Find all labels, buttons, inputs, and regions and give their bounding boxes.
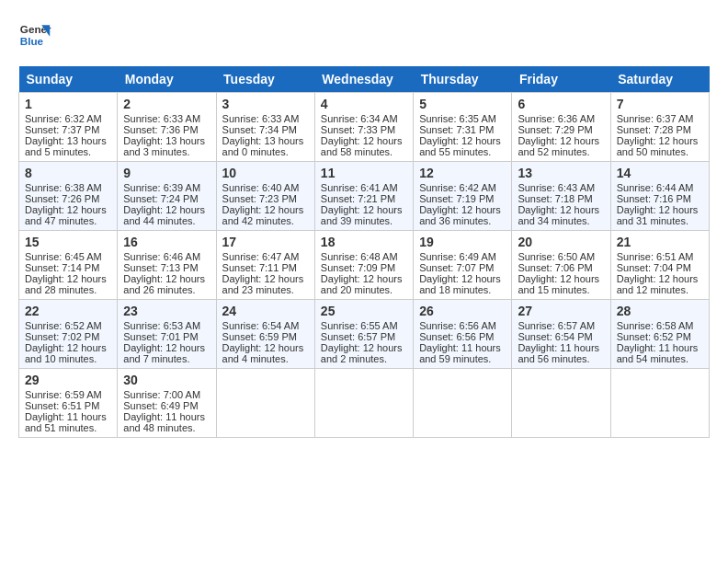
daylight-value: Daylight: 12 hoursand 12 minutes. <box>617 273 699 295</box>
sunset-value: Sunset: 7:07 PM <box>419 262 494 273</box>
daylight-value: Daylight: 12 hoursand 47 minutes. <box>25 204 107 226</box>
day-number: 3 <box>222 97 309 111</box>
sunrise-value: Sunrise: 6:44 AM <box>617 182 694 193</box>
daylight-value: Daylight: 12 hoursand 36 minutes. <box>419 204 501 226</box>
week-row-5: 29Sunrise: 6:59 AMSunset: 6:51 PMDayligh… <box>19 369 710 438</box>
day-cell-14: 14Sunrise: 6:44 AMSunset: 7:16 PMDayligh… <box>610 162 709 231</box>
sunrise-value: Sunrise: 6:37 AM <box>617 113 694 124</box>
day-number: 21 <box>617 235 703 249</box>
daylight-value: Daylight: 11 hoursand 51 minutes. <box>25 411 107 433</box>
day-number: 10 <box>222 166 309 180</box>
day-cell-7: 7Sunrise: 6:37 AMSunset: 7:28 PMDaylight… <box>610 93 709 162</box>
sunset-value: Sunset: 6:57 PM <box>321 331 395 342</box>
calendar-table: Sunday Monday Tuesday Wednesday Thursday… <box>18 66 710 438</box>
day-number: 9 <box>123 166 210 180</box>
sunrise-value: Sunrise: 6:42 AM <box>419 182 496 193</box>
daylight-value: Daylight: 12 hoursand 10 minutes. <box>25 342 107 364</box>
sunrise-value: Sunrise: 6:47 AM <box>222 251 300 262</box>
daylight-value: Daylight: 12 hoursand 18 minutes. <box>419 273 501 295</box>
empty-cell-4-2 <box>216 369 314 438</box>
sunrise-value: Sunrise: 6:54 AM <box>222 320 300 331</box>
day-cell-15: 15Sunrise: 6:45 AMSunset: 7:14 PMDayligh… <box>19 231 118 300</box>
col-sunday: Sunday <box>19 66 118 93</box>
sunrise-value: Sunrise: 6:56 AM <box>419 320 496 331</box>
day-cell-5: 5Sunrise: 6:35 AMSunset: 7:31 PMDaylight… <box>414 93 512 162</box>
day-cell-18: 18Sunrise: 6:48 AMSunset: 7:09 PMDayligh… <box>314 231 413 300</box>
day-cell-30: 30Sunrise: 7:00 AMSunset: 6:49 PMDayligh… <box>118 369 216 438</box>
sunrise-value: Sunrise: 6:33 AM <box>123 113 200 124</box>
daylight-value: Daylight: 12 hoursand 7 minutes. <box>123 342 205 364</box>
empty-cell-4-3 <box>314 369 413 438</box>
col-wednesday: Wednesday <box>314 66 413 93</box>
sunrise-value: Sunrise: 6:59 AM <box>25 389 102 400</box>
day-number: 4 <box>321 97 407 111</box>
week-row-2: 8Sunrise: 6:38 AMSunset: 7:26 PMDaylight… <box>19 162 710 231</box>
empty-cell-4-4 <box>414 369 512 438</box>
sunset-value: Sunset: 7:34 PM <box>222 124 297 135</box>
sunset-value: Sunset: 6:51 PM <box>25 400 99 411</box>
day-cell-20: 20Sunrise: 6:50 AMSunset: 7:06 PMDayligh… <box>512 231 610 300</box>
day-cell-26: 26Sunrise: 6:56 AMSunset: 6:56 PMDayligh… <box>414 300 512 369</box>
daylight-value: Daylight: 11 hoursand 59 minutes. <box>419 342 501 364</box>
daylight-value: Daylight: 12 hoursand 20 minutes. <box>321 273 403 295</box>
sunset-value: Sunset: 7:01 PM <box>123 331 198 342</box>
daylight-value: Daylight: 12 hoursand 23 minutes. <box>222 273 304 295</box>
daylight-value: Daylight: 12 hoursand 34 minutes. <box>518 204 599 226</box>
day-number: 7 <box>617 97 703 111</box>
day-number: 12 <box>419 166 506 180</box>
day-number: 16 <box>123 235 210 249</box>
sunrise-value: Sunrise: 6:34 AM <box>321 113 398 124</box>
sunrise-value: Sunrise: 6:39 AM <box>123 182 200 193</box>
daylight-value: Daylight: 12 hoursand 52 minutes. <box>518 135 599 157</box>
sunrise-value: Sunrise: 7:00 AM <box>123 389 200 400</box>
sunset-value: Sunset: 6:56 PM <box>419 331 494 342</box>
sunrise-value: Sunrise: 6:33 AM <box>222 113 300 124</box>
daylight-value: Daylight: 12 hoursand 44 minutes. <box>123 204 205 226</box>
daylight-value: Daylight: 13 hoursand 5 minutes. <box>25 135 107 157</box>
day-cell-28: 28Sunrise: 6:58 AMSunset: 6:52 PMDayligh… <box>610 300 709 369</box>
day-number: 22 <box>25 304 111 318</box>
day-cell-3: 3Sunrise: 6:33 AMSunset: 7:34 PMDaylight… <box>216 93 314 162</box>
day-cell-24: 24Sunrise: 6:54 AMSunset: 6:59 PMDayligh… <box>216 300 314 369</box>
sunset-value: Sunset: 7:31 PM <box>419 124 494 135</box>
day-cell-25: 25Sunrise: 6:55 AMSunset: 6:57 PMDayligh… <box>314 300 413 369</box>
week-row-1: 1Sunrise: 6:32 AMSunset: 7:37 PMDaylight… <box>19 93 710 162</box>
day-cell-19: 19Sunrise: 6:49 AMSunset: 7:07 PMDayligh… <box>414 231 512 300</box>
daylight-value: Daylight: 12 hoursand 50 minutes. <box>617 135 699 157</box>
daylight-value: Daylight: 13 hoursand 3 minutes. <box>123 135 205 157</box>
sunrise-value: Sunrise: 6:55 AM <box>321 320 398 331</box>
sunrise-value: Sunrise: 6:43 AM <box>518 182 595 193</box>
day-cell-11: 11Sunrise: 6:41 AMSunset: 7:21 PMDayligh… <box>314 162 413 231</box>
day-cell-8: 8Sunrise: 6:38 AMSunset: 7:26 PMDaylight… <box>19 162 118 231</box>
sunset-value: Sunset: 7:33 PM <box>321 124 395 135</box>
sunrise-value: Sunrise: 6:35 AM <box>419 113 496 124</box>
day-cell-4: 4Sunrise: 6:34 AMSunset: 7:33 PMDaylight… <box>314 93 413 162</box>
sunrise-value: Sunrise: 6:53 AM <box>123 320 200 331</box>
sunset-value: Sunset: 7:24 PM <box>123 193 198 204</box>
day-number: 28 <box>617 304 703 318</box>
sunset-value: Sunset: 7:14 PM <box>25 262 99 273</box>
day-number: 23 <box>123 304 210 318</box>
day-number: 1 <box>25 97 111 111</box>
sunrise-value: Sunrise: 6:38 AM <box>25 182 102 193</box>
sunrise-value: Sunrise: 6:57 AM <box>518 320 595 331</box>
day-cell-1: 1Sunrise: 6:32 AMSunset: 7:37 PMDaylight… <box>19 93 118 162</box>
day-cell-2: 2Sunrise: 6:33 AMSunset: 7:36 PMDaylight… <box>118 93 216 162</box>
sunset-value: Sunset: 7:28 PM <box>617 124 691 135</box>
day-number: 20 <box>518 235 604 249</box>
col-thursday: Thursday <box>414 66 512 93</box>
daylight-value: Daylight: 12 hoursand 4 minutes. <box>222 342 304 364</box>
day-cell-9: 9Sunrise: 6:39 AMSunset: 7:24 PMDaylight… <box>118 162 216 231</box>
sunset-value: Sunset: 6:54 PM <box>518 331 592 342</box>
day-number: 27 <box>518 304 604 318</box>
logo-icon: General Blue <box>18 18 51 52</box>
sunrise-value: Sunrise: 6:49 AM <box>419 251 496 262</box>
daylight-value: Daylight: 12 hoursand 42 minutes. <box>222 204 304 226</box>
svg-text:Blue: Blue <box>20 35 44 47</box>
day-number: 5 <box>419 97 506 111</box>
sunset-value: Sunset: 7:06 PM <box>518 262 592 273</box>
day-number: 6 <box>518 97 604 111</box>
sunset-value: Sunset: 7:21 PM <box>321 193 395 204</box>
day-cell-6: 6Sunrise: 6:36 AMSunset: 7:29 PMDaylight… <box>512 93 610 162</box>
week-row-3: 15Sunrise: 6:45 AMSunset: 7:14 PMDayligh… <box>19 231 710 300</box>
